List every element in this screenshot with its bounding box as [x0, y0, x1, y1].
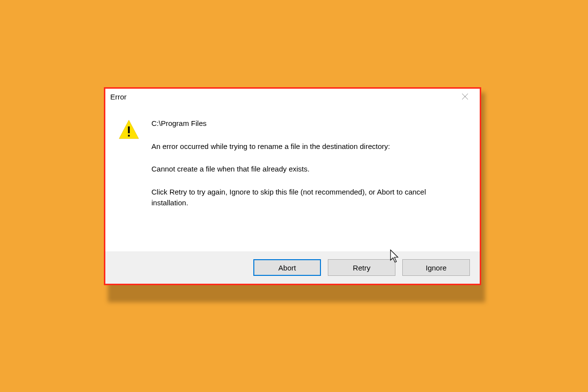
dialog-message-1: An error occurred while trying to rename…	[151, 141, 462, 152]
dialog-message-2: Cannot create a file when that file alre…	[151, 164, 462, 175]
retry-button[interactable]: Retry	[328, 259, 395, 276]
dialog-path: C:\Program Files	[151, 118, 462, 129]
dialog-title: Error	[110, 93, 126, 101]
ignore-button[interactable]: Ignore	[402, 259, 470, 276]
svg-rect-1	[128, 135, 130, 137]
abort-button[interactable]: Abort	[253, 259, 321, 276]
icon-column	[118, 118, 151, 234]
svg-rect-0	[128, 126, 130, 133]
warning-icon	[118, 133, 140, 141]
error-dialog: Error C:\Program Files An error occurred…	[104, 87, 481, 285]
dialog-button-bar: Abort Retry Ignore	[105, 251, 480, 284]
dialog-content: C:\Program Files An error occurred while…	[105, 104, 480, 251]
close-icon[interactable]	[455, 93, 475, 100]
dialog-message-3: Click Retry to try again, Ignore to skip…	[151, 187, 462, 209]
dialog-titlebar[interactable]: Error	[105, 89, 480, 104]
message-column: C:\Program Files An error occurred while…	[151, 118, 462, 234]
